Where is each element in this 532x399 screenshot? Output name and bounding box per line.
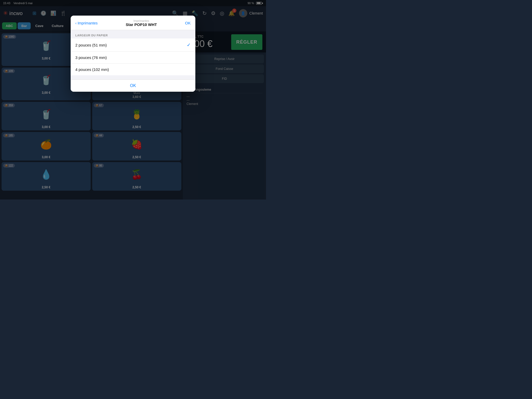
option-3-pouces-label: 3 pouces (76 mm) bbox=[75, 55, 107, 60]
dialog-options: 2 pouces (51 mm) ✓ 3 pouces (76 mm) 4 po… bbox=[71, 38, 195, 75]
dialog-ok-top-button[interactable]: OK bbox=[185, 21, 191, 25]
dialog-subtitle: Imprimantes bbox=[126, 19, 157, 22]
dialog-section-label: LARGEUR DU PAPIER bbox=[71, 30, 195, 38]
option-4-pouces-label: 4 pouces (102 mm) bbox=[75, 67, 109, 72]
overlay: ‹ Imprimantes Imprimantes Star POP10 WHT… bbox=[0, 0, 266, 200]
back-label: Imprimantes bbox=[78, 21, 98, 25]
option-4-pouces[interactable]: 4 pouces (102 mm) bbox=[71, 64, 195, 75]
dialog-back-button[interactable]: ‹ Imprimantes bbox=[75, 21, 98, 25]
dialog: ‹ Imprimantes Imprimantes Star POP10 WHT… bbox=[71, 16, 195, 92]
option-2-pouces-label: 2 pouces (51 mm) bbox=[75, 43, 107, 47]
dialog-header: ‹ Imprimantes Imprimantes Star POP10 WHT… bbox=[71, 16, 195, 30]
dialog-ok-button[interactable]: OK bbox=[71, 80, 195, 92]
option-3-pouces[interactable]: 3 pouces (76 mm) bbox=[71, 52, 195, 64]
option-2-pouces[interactable]: 2 pouces (51 mm) ✓ bbox=[71, 38, 195, 52]
dialog-title-block: Imprimantes Star POP10 WHT bbox=[126, 19, 157, 27]
dialog-title: Star POP10 WHT bbox=[126, 22, 157, 27]
chevron-left-icon: ‹ bbox=[75, 21, 77, 25]
dialog-footer: OK bbox=[71, 79, 195, 92]
checkmark-icon: ✓ bbox=[187, 42, 191, 48]
